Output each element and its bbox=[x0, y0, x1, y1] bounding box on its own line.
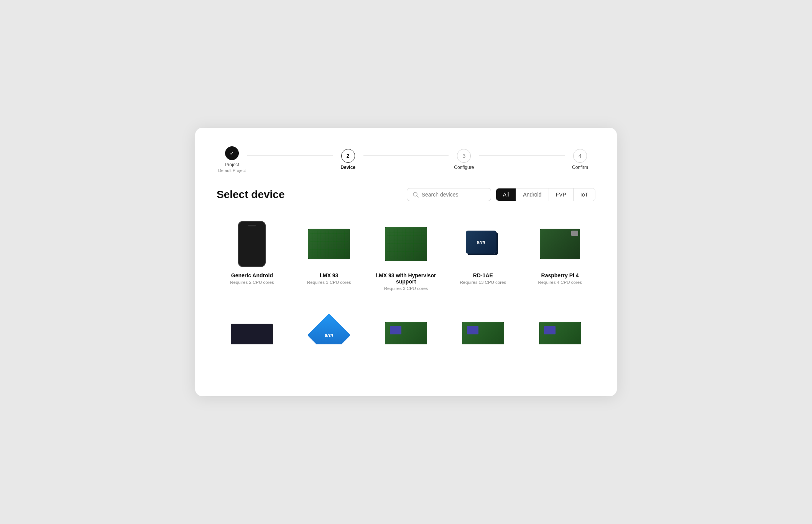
device-image-wrap bbox=[306, 221, 352, 267]
main-modal: ✓ Project Default Project 2 Device 3 Con… bbox=[195, 128, 617, 396]
screen-board-image bbox=[385, 322, 427, 344]
device-card-row2-1[interactable] bbox=[217, 306, 288, 344]
device-card-rd1ae[interactable]: arm RD-1AE Requires 13 CPU cores bbox=[447, 215, 518, 295]
screen-board-image-2 bbox=[462, 322, 504, 344]
device-card-row2-5[interactable] bbox=[524, 306, 595, 344]
pcb-board-tall-image bbox=[385, 227, 427, 261]
device-name: Raspberry Pi 4 bbox=[541, 272, 579, 278]
device-image-wrap: arm bbox=[460, 221, 506, 267]
screen-board-image-3 bbox=[539, 322, 581, 344]
step-line-3 bbox=[479, 155, 565, 156]
search-box[interactable] bbox=[407, 188, 491, 201]
filter-fvp[interactable]: FVP bbox=[549, 188, 574, 201]
device-image-wrap: arm bbox=[306, 312, 352, 344]
device-sub: Requires 3 CPU cores bbox=[384, 286, 428, 291]
filter-buttons: All Android FVP IoT bbox=[496, 188, 595, 201]
step-project: ✓ Project Default Project bbox=[217, 146, 247, 173]
step-1-label: Project bbox=[225, 162, 239, 167]
stepper: ✓ Project Default Project 2 Device 3 Con… bbox=[217, 146, 595, 173]
step-3-label: Configure bbox=[454, 165, 474, 170]
device-image-wrap bbox=[537, 221, 583, 267]
device-name: RD-1AE bbox=[473, 272, 493, 278]
page-title: Select device bbox=[217, 188, 284, 201]
step-4-circle: 4 bbox=[573, 149, 587, 163]
device-name: i.MX 93 bbox=[320, 272, 338, 278]
filter-all[interactable]: All bbox=[496, 188, 516, 201]
dark-board-image bbox=[231, 324, 273, 344]
filter-iot[interactable]: IoT bbox=[574, 188, 595, 201]
step-device: 2 Device bbox=[333, 149, 363, 170]
phone-device-image bbox=[238, 221, 266, 267]
device-sub: Requires 4 CPU cores bbox=[538, 280, 582, 285]
arm-chip-image: arm bbox=[466, 231, 500, 257]
step-1-sub: Default Project bbox=[218, 168, 246, 173]
step-1-circle: ✓ bbox=[225, 146, 239, 160]
pcb-board-image bbox=[308, 229, 350, 259]
step-confirm: 4 Confirm bbox=[565, 149, 595, 170]
device-card-row2-4[interactable] bbox=[447, 306, 518, 344]
arm-diamond-wrap: arm bbox=[314, 320, 344, 344]
device-name: i.MX 93 with Hypervisor support bbox=[374, 272, 439, 285]
step-2-circle: 2 bbox=[341, 149, 355, 163]
arm-chip-body: arm bbox=[466, 231, 496, 254]
device-image-wrap bbox=[229, 312, 275, 344]
device-name: Generic Android bbox=[231, 272, 273, 278]
step-2-label: Device bbox=[340, 165, 355, 170]
device-image-wrap bbox=[383, 221, 429, 267]
rpi-board-image bbox=[540, 229, 580, 259]
device-card-generic-android[interactable]: Generic Android Requires 2 CPU cores bbox=[217, 215, 288, 295]
step-line-2 bbox=[363, 155, 449, 156]
device-sub: Requires 13 CPU cores bbox=[460, 280, 506, 285]
step-configure: 3 Configure bbox=[449, 149, 479, 170]
device-grid-row2: arm bbox=[217, 306, 595, 344]
device-sub: Requires 3 CPU cores bbox=[307, 280, 351, 285]
step-line-1 bbox=[247, 155, 333, 156]
filter-android[interactable]: Android bbox=[516, 188, 549, 201]
arm-diamond-logo: arm bbox=[325, 332, 333, 338]
header-row: Select device All Android FVP IoT bbox=[217, 188, 595, 201]
arm-diamond-image: arm bbox=[307, 313, 351, 344]
device-card-imx93-hypervisor[interactable]: i.MX 93 with Hypervisor support Requires… bbox=[371, 215, 442, 295]
step-4-label: Confirm bbox=[572, 165, 588, 170]
device-card-imx93[interactable]: i.MX 93 Requires 3 CPU cores bbox=[294, 215, 365, 295]
device-card-row2-2[interactable]: arm bbox=[294, 306, 365, 344]
device-image-wrap bbox=[537, 312, 583, 344]
search-input[interactable] bbox=[422, 192, 485, 198]
svg-line-1 bbox=[417, 196, 418, 197]
device-card-rpi4[interactable]: Raspberry Pi 4 Requires 4 CPU cores bbox=[524, 215, 595, 295]
device-image-wrap bbox=[383, 312, 429, 344]
device-image-wrap bbox=[460, 312, 506, 344]
device-image-wrap bbox=[229, 221, 275, 267]
search-icon bbox=[413, 192, 419, 198]
arm-chip-logo: arm bbox=[477, 239, 485, 245]
header-controls: All Android FVP IoT bbox=[407, 188, 595, 201]
device-grid: Generic Android Requires 2 CPU cores i.M… bbox=[217, 215, 595, 295]
device-sub: Requires 2 CPU cores bbox=[230, 280, 274, 285]
step-3-circle: 3 bbox=[457, 149, 471, 163]
device-card-row2-3[interactable] bbox=[371, 306, 442, 344]
